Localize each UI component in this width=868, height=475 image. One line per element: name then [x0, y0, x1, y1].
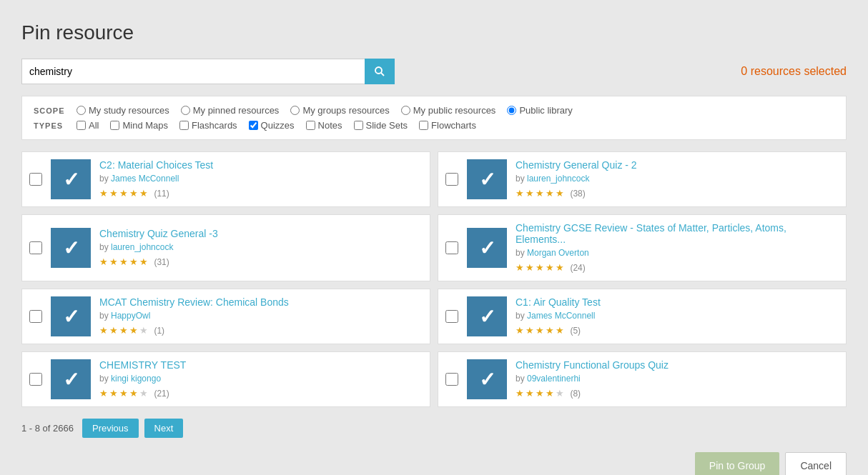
result-icon: ✓ — [51, 228, 91, 268]
result-rating: ★★★★★ (21) — [99, 386, 423, 399]
result-info: Chemistry Quiz General -3 by lauren_john… — [99, 228, 423, 268]
type-quizzes-checkbox[interactable] — [249, 121, 258, 130]
result-title: Chemistry Quiz General -3 — [99, 228, 423, 239]
result-rating: ★★★★★ (38) — [516, 186, 839, 199]
result-item[interactable]: ✓ C2: Material Choices Test by James McC… — [21, 151, 430, 207]
pagination-info: 1 - 8 of 2666 — [21, 423, 74, 434]
result-checkbox[interactable] — [445, 241, 458, 254]
result-author: by James McConnell — [516, 311, 839, 321]
result-author: by lauren_johncock — [99, 242, 423, 252]
scope-my-pinned-radio[interactable] — [181, 106, 190, 115]
result-item[interactable]: ✓ C1: Air Quality Test by James McConnel… — [438, 289, 847, 344]
results-grid: ✓ C2: Material Choices Test by James McC… — [21, 151, 847, 407]
scope-my-public[interactable]: My public resources — [401, 105, 496, 116]
type-all-checkbox[interactable] — [77, 121, 86, 130]
type-flowcharts[interactable]: Flowcharts — [419, 120, 476, 131]
result-info: MCAT Chemistry Review: Chemical Bonds by… — [99, 296, 423, 336]
scope-public-lib[interactable]: Public library — [507, 105, 572, 116]
type-quizzes[interactable]: Quizzes — [249, 120, 295, 131]
pin-to-group-button[interactable]: Pin to Group — [695, 452, 780, 475]
result-item[interactable]: ✓ Chemistry GCSE Review - States of Matt… — [438, 214, 847, 281]
type-mindmaps-checkbox[interactable] — [110, 121, 119, 130]
scope-my-groups[interactable]: My groups resources — [290, 105, 389, 116]
result-item[interactable]: ✓ Chemistry Quiz General -3 by lauren_jo… — [21, 214, 430, 281]
type-slidesets[interactable]: Slide Sets — [354, 120, 408, 131]
result-checkbox[interactable] — [445, 373, 458, 386]
scope-my-groups-radio[interactable] — [290, 106, 300, 115]
result-info: Chemistry GCSE Review - States of Matter… — [516, 222, 839, 274]
review-count: (31) — [154, 257, 169, 267]
svg-point-0 — [375, 67, 382, 74]
search-button[interactable] — [365, 59, 395, 84]
svg-line-1 — [381, 73, 384, 76]
result-author: by James McConnell — [99, 174, 423, 184]
scope-my-public-radio[interactable] — [401, 106, 410, 115]
result-checkbox[interactable] — [29, 310, 42, 323]
result-title: CHEMISTRY TEST — [99, 359, 423, 371]
search-row: 0 resources selected — [21, 59, 847, 84]
result-info: Chemistry General Quiz - 2 by lauren_joh… — [516, 159, 839, 199]
result-title: Chemistry General Quiz - 2 — [516, 159, 839, 171]
type-all[interactable]: All — [77, 120, 99, 131]
result-item[interactable]: ✓ Chemistry General Quiz - 2 by lauren_j… — [438, 151, 847, 207]
cancel-button[interactable]: Cancel — [785, 452, 847, 475]
result-info: C2: Material Choices Test by James McCon… — [99, 159, 423, 199]
result-icon: ✓ — [51, 159, 91, 199]
review-count: (1) — [154, 326, 164, 336]
result-item[interactable]: ✓ Chemistry Functional Groups Quiz by 09… — [438, 351, 847, 407]
result-checkbox[interactable] — [29, 173, 42, 186]
scope-label: SCOPE — [34, 106, 77, 115]
result-icon: ✓ — [51, 359, 91, 399]
type-flashcards[interactable]: Flashcards — [179, 120, 237, 131]
result-checkbox[interactable] — [29, 373, 42, 386]
type-slidesets-checkbox[interactable] — [354, 121, 363, 130]
search-wrapper — [21, 59, 395, 84]
result-info: Chemistry Functional Groups Quiz by 09va… — [516, 359, 839, 399]
result-author: by HappyOwl — [99, 311, 423, 321]
result-checkbox[interactable] — [29, 241, 42, 254]
type-notes-checkbox[interactable] — [306, 121, 315, 130]
type-flowcharts-checkbox[interactable] — [419, 121, 428, 130]
search-input[interactable] — [21, 59, 365, 84]
result-rating: ★★★★★ (24) — [516, 261, 839, 274]
scope-row: SCOPE My study resources My pinned resou… — [34, 105, 834, 116]
type-mindmaps[interactable]: Mind Maps — [110, 120, 168, 131]
result-icon: ✓ — [467, 228, 507, 268]
result-rating: ★★★★★ (31) — [99, 255, 423, 268]
scope-public-lib-radio[interactable] — [507, 106, 516, 115]
next-button[interactable]: Next — [144, 419, 184, 438]
review-count: (24) — [570, 263, 585, 273]
scope-my-study[interactable]: My study resources — [77, 105, 169, 116]
result-item[interactable]: ✓ CHEMISTRY TEST by kingi kigongo ★★★★★ … — [21, 351, 430, 407]
result-checkbox[interactable] — [445, 173, 458, 186]
result-author: by lauren_johncock — [516, 174, 839, 184]
review-count: (5) — [570, 326, 581, 336]
type-flashcards-checkbox[interactable] — [179, 121, 189, 130]
previous-button[interactable]: Previous — [82, 419, 139, 438]
types-row: TYPES All Mind Maps Flashcards Quizzes N… — [34, 120, 834, 131]
search-icon — [373, 65, 386, 78]
review-count: (38) — [570, 189, 585, 199]
checkmark-icon: ✓ — [63, 368, 79, 391]
result-title: C2: Material Choices Test — [99, 159, 423, 171]
resources-selected: 0 resources selected — [741, 65, 847, 78]
scope-options: My study resources My pinned resources M… — [77, 105, 573, 116]
result-info: CHEMISTRY TEST by kingi kigongo ★★★★★ (2… — [99, 359, 423, 399]
types-label: TYPES — [34, 121, 77, 130]
result-checkbox[interactable] — [445, 310, 458, 323]
result-rating: ★★★★★ (11) — [99, 186, 423, 199]
type-notes[interactable]: Notes — [306, 120, 342, 131]
result-icon: ✓ — [51, 296, 91, 336]
review-count: (8) — [570, 389, 581, 399]
pagination-row: 1 - 8 of 2666 Previous Next — [21, 419, 847, 438]
types-options: All Mind Maps Flashcards Quizzes Notes S… — [77, 120, 476, 131]
result-author: by kingi kigongo — [99, 374, 423, 384]
checkmark-icon: ✓ — [479, 368, 495, 391]
scope-my-study-radio[interactable] — [77, 106, 86, 115]
result-item[interactable]: ✓ MCAT Chemistry Review: Chemical Bonds … — [21, 289, 430, 344]
result-author: by Morgan Overton — [516, 248, 839, 258]
checkmark-icon: ✓ — [479, 168, 495, 191]
scope-my-pinned[interactable]: My pinned resources — [181, 105, 280, 116]
checkmark-icon: ✓ — [479, 236, 495, 260]
result-author: by 09valentinerhi — [516, 374, 839, 384]
